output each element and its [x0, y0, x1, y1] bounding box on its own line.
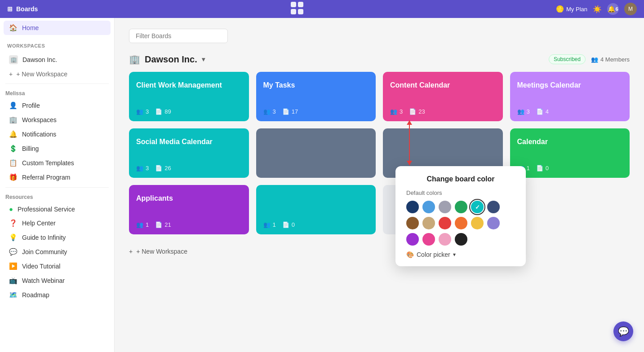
- plan-badge-icon: ⭐: [556, 5, 564, 13]
- sidebar-item-billing[interactable]: 💲 Billing: [4, 141, 111, 156]
- sidebar-item-roadmap[interactable]: 🗺️ Roadmap: [4, 288, 111, 302]
- color-picker-chevron-icon: ▾: [453, 251, 456, 258]
- board-members-social: 👥 3: [136, 165, 149, 172]
- sidebar-item-help-center[interactable]: ❓ Help Center: [4, 216, 111, 230]
- workspace-title-row[interactable]: 🏢 Dawson Inc. ▾: [129, 54, 205, 65]
- community-label: Join Community: [22, 248, 67, 255]
- profile-label: Profile: [22, 102, 40, 109]
- guide-label: Guide to Infinity: [22, 234, 66, 241]
- board-docs-my-tasks: 📄 17: [282, 108, 298, 115]
- board-title-content-calendar: Content Calendar: [390, 81, 496, 90]
- home-label: Home: [22, 24, 39, 31]
- workspaces-icon: 🏢: [9, 116, 18, 124]
- chat-fab-button[interactable]: 💬: [613, 321, 633, 341]
- app-title[interactable]: Boards: [16, 5, 38, 13]
- color-swatch-yellow[interactable]: [471, 217, 484, 229]
- color-swatch-light-pink[interactable]: [439, 233, 451, 246]
- webinar-icon: 📺: [9, 277, 18, 285]
- docs-icon: 📄: [536, 108, 543, 115]
- color-swatch-hot-pink[interactable]: [422, 233, 435, 246]
- workspaces-label: Workspaces: [22, 116, 57, 123]
- sidebar-item-guide[interactable]: 💡 Guide to Infinity: [4, 230, 111, 245]
- board-members-content: 👥 3: [390, 108, 403, 115]
- color-swatch-dark-blue[interactable]: [406, 201, 419, 213]
- new-workspace-button[interactable]: + + New Workspace: [129, 245, 630, 258]
- color-swatch-purple[interactable]: [406, 233, 419, 246]
- docs-val: 89: [164, 108, 171, 115]
- board-docs-content: 📄 23: [409, 108, 425, 115]
- board-docs-social: 📄 26: [155, 165, 171, 172]
- referral-icon: 🎁: [9, 173, 18, 181]
- board-card-social-media[interactable]: Social Media Calendar 👥 3 📄 26: [129, 128, 249, 178]
- user-avatar[interactable]: M: [624, 3, 637, 15]
- members-val: 1: [273, 221, 276, 228]
- video-icon: ▶️: [9, 262, 18, 270]
- sidebar-item-profile[interactable]: 👤 Profile: [4, 98, 111, 113]
- members-val: 3: [146, 108, 149, 115]
- docs-val: 23: [418, 108, 425, 115]
- sidebar-item-video-tutorial[interactable]: ▶️ Video Tutorial: [4, 259, 111, 273]
- workspace-chevron-icon[interactable]: ▾: [202, 56, 205, 63]
- color-picker-popup: Change board color Default colors 🎨 Colo…: [395, 166, 526, 266]
- sidebar-item-workspaces[interactable]: 🏢 Workspaces: [4, 113, 111, 127]
- workspaces-section-title: Workspaces: [7, 43, 107, 48]
- workspace-item-dawson[interactable]: 🏢 Dawson Inc.: [4, 52, 111, 67]
- new-workspace-plus-icon: +: [129, 248, 133, 255]
- color-picker-custom-row[interactable]: 🎨 Color picker ▾: [406, 251, 515, 258]
- docs-val: 4: [546, 108, 549, 115]
- sidebar-divider-1: [5, 84, 109, 84]
- board-card-applicants[interactable]: Applicants 👥 1 📄 21: [129, 185, 249, 234]
- filter-boards-input[interactable]: [129, 29, 228, 43]
- sidebar-item-webinar[interactable]: 📺 Watch Webinar: [4, 273, 111, 288]
- sidebar-divider-2: [5, 187, 109, 188]
- home-icon: 🏠: [9, 24, 18, 32]
- members-val: 3: [146, 165, 149, 172]
- docs-val: 0: [546, 165, 549, 172]
- theme-toggle-icon[interactable]: ☀️: [593, 5, 602, 13]
- members-val: 3: [400, 108, 403, 115]
- docs-icon: 📄: [409, 108, 416, 115]
- board-card-teal-unnamed[interactable]: 👥 1 📄 0: [256, 185, 376, 234]
- sidebar-item-professional-service[interactable]: ● Professional Service: [4, 202, 111, 216]
- color-swatch-brown[interactable]: [406, 217, 419, 229]
- docs-icon: 📄: [155, 221, 162, 228]
- sidebar-item-notifications[interactable]: 🔔 Notifications: [4, 127, 111, 141]
- svg-rect-3: [298, 9, 303, 14]
- color-swatch-red[interactable]: [439, 217, 451, 229]
- color-swatch-black[interactable]: [455, 233, 467, 246]
- plan-indicator[interactable]: ⭐ My Plan: [556, 5, 587, 13]
- templates-label: Custom Templates: [22, 159, 74, 167]
- board-card-my-tasks[interactable]: My Tasks 👥 3 📄 17: [256, 72, 376, 121]
- board-footer-content-calendar: 👥 3 📄 23: [390, 108, 496, 115]
- notifications-label: Notifications: [22, 131, 56, 138]
- notifications-bell[interactable]: 🔔 6: [607, 3, 619, 15]
- add-workspace-button[interactable]: + + New Workspace: [4, 67, 111, 81]
- color-picker-label: Color picker: [417, 251, 450, 258]
- sidebar-item-community[interactable]: 💬 Join Community: [4, 245, 111, 259]
- color-swatch-teal-check[interactable]: [471, 201, 484, 213]
- community-icon: 💬: [9, 248, 18, 256]
- board-docs-teal: 📄 0: [282, 221, 295, 228]
- sidebar-item-custom-templates[interactable]: 📋 Custom Templates: [4, 156, 111, 170]
- board-card-meetings-calendar[interactable]: Meetings Calendar 👥 3 📄 4: [510, 72, 630, 121]
- color-swatch-gray[interactable]: [439, 201, 451, 213]
- board-footer-calendar: 👥 1 📄 0: [517, 165, 623, 172]
- board-card-unnamed-1[interactable]: [256, 128, 376, 178]
- workspaces-section: Workspaces: [0, 38, 114, 52]
- board-card-calendar[interactable]: Calendar 👥 1 📄 0: [510, 128, 630, 178]
- color-swatch-lavender[interactable]: [487, 217, 500, 229]
- bell-count: 6: [615, 6, 618, 12]
- board-footer-social-media: 👥 3 📄 26: [136, 165, 242, 172]
- color-swatch-tan[interactable]: [422, 217, 435, 229]
- sidebar-item-home[interactable]: 🏠 Home: [4, 21, 111, 35]
- board-card-client-work[interactable]: Client Work Management 👥 3 📄 89: [129, 72, 249, 121]
- sidebar-item-referral[interactable]: 🎁 Referral Program: [4, 170, 111, 185]
- members-count: 👥 4 Members: [591, 56, 630, 63]
- members-icon: 👥: [136, 108, 143, 115]
- color-swatch-navy[interactable]: [487, 201, 500, 213]
- color-swatch-green[interactable]: [455, 201, 467, 213]
- color-swatch-orange[interactable]: [455, 217, 467, 229]
- color-swatch-blue[interactable]: [422, 201, 435, 213]
- board-card-content-calendar[interactable]: Content Calendar 👥 3 📄 23: [383, 72, 503, 121]
- svg-rect-1: [298, 2, 303, 7]
